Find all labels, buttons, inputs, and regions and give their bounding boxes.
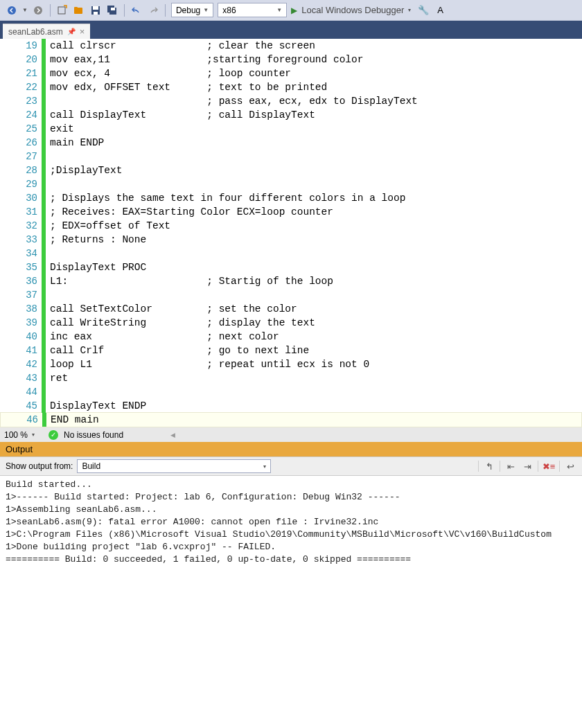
code-line[interactable]: 26main ENDP bbox=[0, 136, 582, 150]
code-line[interactable]: 43ret bbox=[0, 371, 582, 385]
code-text[interactable]: call WriteString ; display the text bbox=[46, 316, 315, 330]
indent-right-icon[interactable]: ⇥ bbox=[521, 460, 534, 472]
line-number: 38 bbox=[0, 302, 42, 316]
caret-left-icon[interactable]: ◀ bbox=[170, 432, 175, 438]
code-text[interactable]: call SetTextColor ; set the color bbox=[46, 302, 297, 316]
code-text[interactable]: mov edx, OFFSET text ; text to be printe… bbox=[46, 80, 327, 94]
zoom-dropdown[interactable]: 100 %▾ bbox=[4, 430, 35, 440]
config-dropdown[interactable]: Debug▼ bbox=[171, 3, 213, 17]
save-all-icon[interactable] bbox=[106, 4, 118, 17]
output-source-dropdown[interactable]: Build▾ bbox=[77, 459, 271, 473]
code-line[interactable]: 23 ; pass eax, ecx, edx to DisplayText bbox=[0, 94, 582, 108]
code-text[interactable]: inc eax ; next color bbox=[46, 330, 279, 344]
code-line[interactable]: 21mov ecx, 4 ; loop counter bbox=[0, 66, 582, 80]
code-text[interactable] bbox=[46, 177, 50, 191]
file-tab[interactable]: seanLab6.asm 📌 × bbox=[3, 24, 90, 39]
code-line[interactable]: 40inc eax ; next color bbox=[0, 330, 582, 344]
new-project-icon[interactable] bbox=[56, 4, 69, 17]
code-line[interactable]: 19call clrscr ; clear the screen bbox=[0, 39, 582, 53]
code-line[interactable]: 42loop L1 ; repeat until ecx is not 0 bbox=[0, 357, 582, 371]
message-prev-icon[interactable]: ↰ bbox=[483, 460, 495, 472]
line-number: 45 bbox=[0, 399, 42, 413]
code-text[interactable]: ; Displays the same text in four differe… bbox=[46, 191, 405, 205]
code-text[interactable]: call Crlf ; go to next line bbox=[46, 344, 309, 357]
code-line[interactable]: 28;DisplayText bbox=[0, 163, 582, 177]
code-line[interactable]: 45DisplayText ENDP bbox=[0, 399, 582, 413]
code-text[interactable]: END main bbox=[46, 413, 99, 427]
platform-dropdown[interactable]: x86▼ bbox=[218, 3, 287, 17]
code-text[interactable]: L1: ; Startig of the loop bbox=[46, 274, 333, 288]
code-line[interactable]: 44 bbox=[0, 385, 582, 399]
code-text[interactable]: mov eax,11 ;starting foreground color bbox=[46, 53, 363, 66]
code-text[interactable]: ; Returns : None bbox=[46, 233, 146, 247]
line-number: 28 bbox=[0, 163, 42, 177]
code-line[interactable]: 29 bbox=[0, 177, 582, 191]
toolbar-suffix: A bbox=[437, 5, 443, 15]
code-text[interactable] bbox=[46, 247, 50, 260]
code-line[interactable]: 41call Crlf ; go to next line bbox=[0, 344, 582, 357]
clear-all-icon[interactable]: ✖≡ bbox=[543, 460, 555, 472]
code-text[interactable]: exit bbox=[46, 122, 74, 136]
separator bbox=[50, 4, 51, 17]
code-text[interactable]: ; Receives: EAX=Starting Color ECX=loop … bbox=[46, 205, 333, 219]
nav-forward-icon[interactable] bbox=[32, 4, 44, 17]
code-line[interactable]: 31; Receives: EAX=Starting Color ECX=loo… bbox=[0, 205, 582, 219]
code-line[interactable]: 35DisplayText PROC bbox=[0, 260, 582, 274]
code-line[interactable]: 39call WriteString ; display the text bbox=[0, 316, 582, 330]
line-number: 36 bbox=[0, 274, 42, 288]
pin-icon[interactable]: 📌 bbox=[67, 28, 76, 35]
code-line[interactable]: 32; EDX=offset of Text bbox=[0, 219, 582, 233]
dropdown-caret-icon[interactable]: ▼ bbox=[22, 7, 28, 13]
close-icon[interactable]: × bbox=[80, 26, 85, 37]
code-line[interactable]: 24call DisplayText ; call DisplayText bbox=[0, 108, 582, 122]
nav-back-icon[interactable] bbox=[6, 4, 18, 17]
dropdown-caret-icon[interactable]: ▾ bbox=[408, 7, 411, 13]
code-text[interactable] bbox=[46, 150, 50, 163]
code-line[interactable]: 34 bbox=[0, 247, 582, 260]
debugger-button[interactable]: Local Windows Debugger bbox=[301, 5, 404, 15]
word-wrap-icon[interactable]: ↩ bbox=[564, 460, 576, 472]
code-line[interactable]: 46END main bbox=[0, 412, 582, 427]
code-line[interactable]: 25exit bbox=[0, 122, 582, 136]
line-number: 23 bbox=[0, 94, 42, 108]
save-icon[interactable] bbox=[89, 4, 102, 17]
code-line[interactable]: 30; Displays the same text in four diffe… bbox=[0, 191, 582, 205]
code-text[interactable]: ;DisplayText bbox=[46, 163, 122, 177]
svg-rect-10 bbox=[111, 8, 115, 10]
code-line[interactable]: 22mov edx, OFFSET text ; text to be prin… bbox=[0, 80, 582, 94]
indent-left-icon[interactable]: ⇤ bbox=[504, 460, 517, 472]
wrench-icon[interactable]: 🔧 bbox=[418, 5, 429, 15]
output-content[interactable]: Build started... 1>------ Build started:… bbox=[0, 476, 582, 569]
code-editor[interactable]: 19call clrscr ; clear the screen20mov ea… bbox=[0, 39, 582, 427]
code-text[interactable]: ; pass eax, ecx, edx to DisplayText bbox=[46, 94, 418, 108]
code-line[interactable]: 38call SetTextColor ; set the color bbox=[0, 302, 582, 316]
code-text[interactable]: loop L1 ; repeat until ecx is not 0 bbox=[46, 357, 369, 371]
code-text[interactable]: DisplayText PROC bbox=[46, 260, 146, 274]
main-toolbar: ▼ Debug▼ x86▼ ▶ Local Windows Debugger ▾… bbox=[0, 0, 582, 21]
code-text[interactable]: call clrscr ; clear the screen bbox=[46, 39, 315, 53]
separator bbox=[478, 461, 479, 472]
code-line[interactable]: 37 bbox=[0, 288, 582, 302]
tab-filename: seanLab6.asm bbox=[8, 27, 63, 37]
open-icon[interactable] bbox=[73, 4, 85, 17]
code-text[interactable]: ret bbox=[46, 371, 68, 385]
line-number: 37 bbox=[0, 288, 42, 302]
code-text[interactable] bbox=[46, 385, 50, 399]
play-icon[interactable]: ▶ bbox=[291, 6, 297, 15]
check-icon: ✓ bbox=[48, 430, 58, 440]
code-text[interactable]: main ENDP bbox=[46, 136, 104, 150]
code-line[interactable]: 20mov eax,11 ;starting foreground color bbox=[0, 53, 582, 66]
svg-rect-2 bbox=[58, 7, 65, 14]
code-text[interactable]: DisplayText ENDP bbox=[46, 399, 146, 413]
code-text[interactable]: call DisplayText ; call DisplayText bbox=[46, 108, 315, 122]
redo-icon[interactable] bbox=[147, 4, 159, 17]
code-text[interactable]: ; EDX=offset of Text bbox=[46, 219, 170, 233]
undo-icon[interactable] bbox=[130, 4, 143, 17]
code-line[interactable]: 27 bbox=[0, 150, 582, 163]
code-text[interactable]: mov ecx, 4 ; loop counter bbox=[46, 66, 291, 80]
code-line[interactable]: 33; Returns : None bbox=[0, 233, 582, 247]
output-panel-title[interactable]: Output bbox=[0, 442, 582, 456]
code-text[interactable] bbox=[46, 288, 50, 302]
line-number: 39 bbox=[0, 316, 42, 330]
code-line[interactable]: 36L1: ; Startig of the loop bbox=[0, 274, 582, 288]
